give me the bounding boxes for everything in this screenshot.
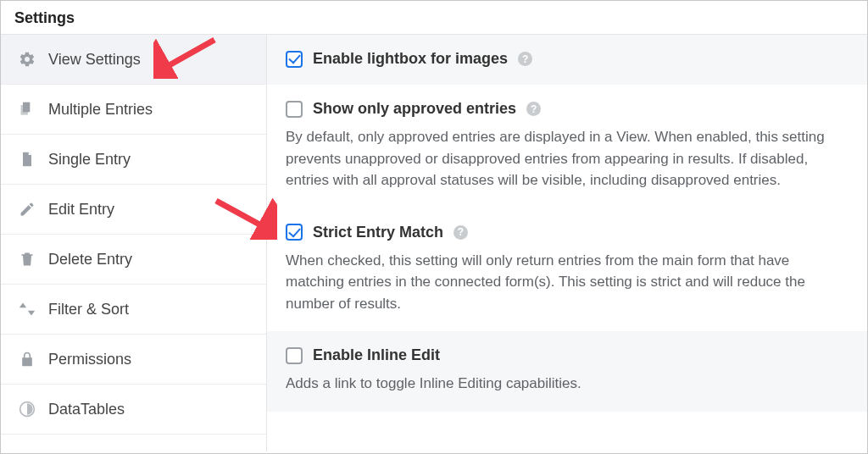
sidebar-item-permissions[interactable]: Permissions [1, 335, 266, 385]
help-icon[interactable]: ? [453, 225, 468, 240]
setting-label: Strict Entry Match [313, 224, 443, 241]
help-icon[interactable]: ? [526, 102, 541, 116]
sidebar-item-label: Filter & Sort [48, 301, 129, 318]
approved-only-checkbox[interactable] [286, 101, 303, 118]
trash-icon [18, 250, 36, 269]
pencil-icon [18, 200, 36, 219]
inline-edit-checkbox[interactable] [286, 347, 303, 364]
sidebar-item-filter-sort[interactable]: Filter & Sort [1, 285, 266, 335]
sort-icon [18, 300, 36, 318]
sidebar-item-view-settings[interactable]: View Settings [1, 35, 266, 85]
setting-description: When checked, this setting will only ret… [286, 250, 849, 315]
sidebar-item-single-entry[interactable]: Single Entry [1, 135, 266, 185]
sidebar-item-label: Permissions [48, 351, 131, 368]
sidebar-item-edit-entry[interactable]: Edit Entry [1, 185, 266, 235]
page-title: Settings [1, 1, 867, 35]
setting-label: Enable Inline Edit [313, 346, 440, 364]
settings-sidebar: View Settings Multiple Entries Single En… [1, 35, 267, 451]
sidebar-item-delete-entry[interactable]: Delete Entry [1, 235, 266, 285]
sidebar-item-label: Edit Entry [48, 201, 114, 219]
sidebar-item-label: DataTables [48, 401, 125, 418]
settings-content: Enable lightbox for images ? Show only a… [267, 35, 867, 451]
sidebar-item-label: Delete Entry [48, 251, 132, 269]
sidebar-item-label: Multiple Entries [48, 101, 153, 119]
sidebar-item-label: Single Entry [48, 151, 131, 169]
document-icon [18, 150, 36, 169]
setting-description: Adds a link to toggle Inline Editing cap… [286, 373, 849, 395]
setting-label: Show only approved entries [313, 100, 516, 118]
strict-match-checkbox[interactable] [286, 224, 303, 241]
sidebar-item-label: View Settings [48, 51, 141, 69]
setting-label: Enable lightbox for images [313, 50, 508, 68]
sidebar-item-datatables[interactable]: DataTables [1, 385, 266, 435]
documents-icon [18, 100, 36, 119]
setting-strict-match: Strict Entry Match ? When checked, this … [267, 208, 867, 332]
setting-approved-only: Show only approved entries ? By default,… [267, 85, 867, 208]
sidebar-item-multiple-entries[interactable]: Multiple Entries [1, 85, 266, 135]
help-icon[interactable]: ? [518, 52, 532, 66]
setting-inline-edit: Enable Inline Edit Adds a link to toggle… [267, 331, 867, 412]
setting-description: By default, only approved entries are di… [286, 126, 849, 191]
gear-icon [18, 50, 36, 69]
setting-enable-lightbox: Enable lightbox for images ? [267, 35, 867, 85]
datatables-icon [18, 400, 36, 418]
enable-lightbox-checkbox[interactable] [286, 51, 303, 68]
lock-icon [18, 350, 36, 368]
